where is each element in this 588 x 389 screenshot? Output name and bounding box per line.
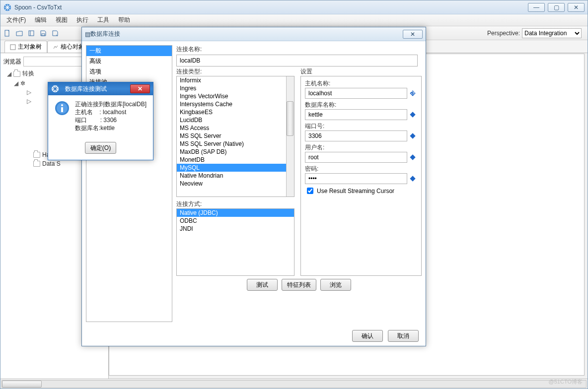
db-label: 数据库名称:	[305, 101, 417, 109]
ok-button[interactable]: 确认	[352, 330, 383, 342]
conn-name-label: 连接名称:	[176, 45, 422, 54]
dialog-close-button[interactable]: ✕	[403, 30, 423, 39]
msgbox-titlebar: 数据库连接测试 ✕	[48, 82, 153, 95]
close-button[interactable]: ✕	[568, 3, 585, 12]
save-icon[interactable]	[38, 28, 48, 38]
svg-rect-16	[61, 107, 63, 112]
port-label: 端口号:	[305, 122, 417, 130]
browser-label: 浏览器	[3, 58, 21, 66]
nav-options[interactable]: 选项	[86, 66, 172, 77]
pass-label: 密码:	[305, 165, 417, 173]
window-title: Spoon - CsvToTxt	[14, 4, 528, 11]
svg-text:S: S	[411, 90, 415, 96]
test-button[interactable]: 测试	[247, 279, 278, 291]
port-input[interactable]	[305, 130, 407, 141]
svg-rect-4	[42, 34, 45, 36]
folder-icon	[33, 152, 40, 158]
new-icon[interactable]	[2, 28, 12, 38]
folder-icon	[33, 161, 40, 167]
msgbox-body: 正确连接到数据库[localDB] 主机名 : localhost 端口 : 3…	[48, 95, 153, 137]
host-input[interactable]	[305, 88, 407, 99]
tab-main-tree[interactable]: 主对象树	[4, 41, 47, 53]
settings-label: 设置	[300, 67, 422, 76]
user-label: 用户名:	[305, 143, 417, 152]
explore-icon[interactable]	[26, 28, 36, 38]
app-icon	[51, 85, 59, 93]
window-buttons: — ▢ ✕	[528, 3, 585, 12]
access-label: 连接方式:	[176, 200, 294, 208]
svg-rect-8	[410, 112, 415, 117]
use-cursor-checkbox[interactable]	[307, 188, 313, 194]
db-connection-dialog: ▤ 数据库连接 ✕ 一般 高级 选项 连接池 连接名称: 连接类型: Infor…	[81, 27, 426, 346]
user-input[interactable]	[305, 152, 407, 163]
perspective: Perspective: Data Integration	[487, 28, 586, 38]
titlebar: Spoon - CsvToTxt — ▢ ✕	[0, 0, 588, 14]
type-scrollbar[interactable]	[286, 76, 294, 196]
msgbox-close-button[interactable]: ✕	[130, 84, 150, 93]
svg-point-15	[61, 104, 63, 106]
dialog-title: 数据库连接	[90, 30, 120, 38]
svg-rect-9	[410, 133, 415, 138]
access-list[interactable]: Native (JDBC) ODBC JNDI	[176, 208, 294, 276]
perspective-label: Perspective:	[487, 30, 520, 37]
msgbox-ok-button[interactable]: 确定(O)	[85, 142, 116, 154]
var-icon[interactable]	[408, 109, 417, 120]
host-label: 主机名称:	[305, 79, 417, 88]
dialog-sheet-icon: ▤	[85, 31, 90, 38]
horizontal-scrollbar[interactable]	[1, 380, 587, 388]
msgbox-title: 数据库连接测试	[65, 85, 107, 93]
menu-run[interactable]: 执行	[73, 14, 92, 26]
conn-type-list[interactable]: Informix Ingres Ingres VectorWise Inters…	[176, 76, 294, 197]
folder-icon	[13, 71, 20, 77]
saveas-icon[interactable]	[50, 28, 60, 38]
dialog-titlebar: ▤ 数据库连接 ✕	[82, 27, 426, 41]
features-button[interactable]: 特征列表	[282, 279, 316, 291]
var-icon[interactable]: S	[408, 88, 417, 99]
nav-general[interactable]: 一般	[86, 46, 172, 56]
var-icon[interactable]	[408, 173, 417, 184]
svg-rect-1	[5, 30, 9, 36]
db-input[interactable]	[305, 109, 407, 120]
minimize-button[interactable]: —	[528, 3, 545, 12]
snowflake-icon: ✲	[20, 80, 25, 87]
menu-edit[interactable]: 编辑	[31, 14, 51, 26]
menu-help[interactable]: 帮助	[114, 14, 134, 26]
use-cursor-label: Use Result Streaming Cursor	[317, 188, 394, 194]
open-icon[interactable]	[14, 28, 24, 38]
conn-type-label: 连接类型:	[176, 67, 294, 76]
svg-rect-5	[10, 45, 15, 50]
var-icon[interactable]	[408, 130, 417, 141]
var-icon[interactable]	[408, 152, 417, 163]
menu-tools[interactable]: 工具	[93, 14, 113, 26]
perspective-select[interactable]: Data Integration	[522, 28, 582, 38]
browse-button[interactable]: 浏览	[320, 279, 351, 291]
pass-input[interactable]	[305, 173, 407, 184]
info-icon	[54, 100, 70, 116]
svg-rect-11	[410, 176, 415, 181]
dialog-main: 连接名称: 连接类型: Informix Ingres Ingres Vecto…	[176, 45, 422, 322]
watermark: @51CTO博客	[549, 378, 583, 386]
menu-view[interactable]: 视图	[52, 14, 72, 26]
statusbar	[0, 379, 588, 389]
app-icon	[3, 3, 11, 11]
nav-advanced[interactable]: 高级	[86, 56, 172, 66]
menu-file[interactable]: 文件(F)	[2, 14, 30, 26]
svg-rect-2	[29, 31, 34, 36]
cancel-button[interactable]: 取消	[388, 330, 419, 342]
conn-name-input[interactable]	[176, 55, 418, 66]
connection-test-msgbox: 数据库连接测试 ✕ 正确连接到数据库[localDB] 主机名 : localh…	[48, 82, 153, 160]
msgbox-text: 正确连接到数据库[localDB] 主机名 : localhost 端口 : 3…	[75, 100, 147, 132]
menubar: 文件(F) 编辑 视图 执行 工具 帮助	[0, 14, 588, 26]
svg-rect-10	[410, 154, 415, 160]
maximize-button[interactable]: ▢	[548, 3, 565, 12]
